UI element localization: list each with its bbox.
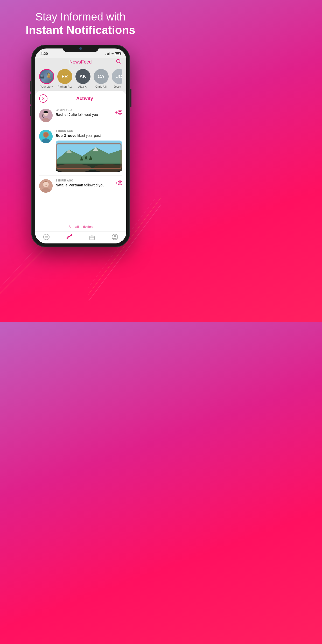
phone-screen: 4:20 ∿ NewsFeed (35, 48, 126, 243)
nav-shop[interactable] (89, 234, 95, 240)
natalie-avatar (39, 179, 53, 193)
rachel-content: 52 MIN AGO Rachel Julie followed you (56, 109, 112, 117)
natalie-time: 2 HOUR AGO (56, 179, 112, 182)
stories-row: Your story FR Farhan Riz AK (39, 69, 122, 88)
phone-mockup: 4:20 ∿ NewsFeed (0, 45, 161, 247)
header-line2: Instant Notifications (8, 23, 153, 37)
status-icons: ∿ (106, 52, 121, 55)
activity-item-rachel: 52 MIN AGO Rachel Julie followed you + (39, 105, 122, 126)
your-story-label: Your story (40, 85, 53, 88)
natalie-content: 2 HOUR AGO Natalie Portman followed you (56, 179, 112, 188)
search-button[interactable] (116, 59, 121, 65)
post-thumbnail (56, 141, 122, 172)
follow-rachel-button[interactable]: + (115, 109, 122, 116)
jessy-label: Jessy C. (114, 85, 122, 88)
story-item-your-story[interactable]: Your story (39, 69, 54, 88)
alex-label: Alex K. (78, 85, 87, 88)
svg-point-11 (41, 76, 42, 77)
wifi-icon: ∿ (111, 52, 114, 55)
bob-text: Bob Groove liked your post (56, 133, 122, 138)
farhan-avatar: FR (57, 69, 72, 84)
nav-chat[interactable] (43, 234, 50, 240)
svg-text:+: + (115, 180, 118, 186)
story-item-alex[interactable]: AK Alex K. (75, 69, 90, 88)
story-item-jessy[interactable]: JC Jessy C. (112, 69, 122, 88)
svg-point-45 (47, 236, 48, 237)
alex-avatar: AK (75, 69, 90, 84)
farhan-label: Farhan Riz (58, 85, 72, 88)
bob-content: 1 HOUR AGO Bob Groove liked your post (56, 130, 122, 172)
svg-text:+: + (115, 110, 118, 115)
rachel-avatar (39, 109, 53, 122)
page-header: Stay Informed with Instant Notifications (0, 0, 161, 42)
close-button[interactable]: ✕ (39, 94, 47, 103)
svg-point-38 (44, 182, 48, 187)
natalie-text: Natalie Portman followed you (56, 183, 112, 188)
svg-point-10 (41, 77, 43, 78)
camera-dot (79, 47, 82, 50)
activity-title: Activity (47, 96, 122, 101)
bottom-nav (35, 231, 126, 243)
svg-line-3 (0, 244, 49, 296)
nav-feed[interactable] (66, 234, 73, 240)
activity-header: ✕ Activity (35, 91, 126, 105)
app-header: NewsFeed (35, 58, 126, 66)
story-item-farhan[interactable]: FR Farhan Riz (57, 69, 72, 88)
chris-avatar: CA (94, 69, 109, 84)
story-item-chris[interactable]: CA Chris Alli (94, 69, 109, 88)
phone-frame: 4:20 ∿ NewsFeed (31, 45, 130, 247)
svg-point-50 (114, 235, 116, 237)
bob-time: 1 HOUR AGO (56, 130, 122, 132)
svg-rect-47 (90, 236, 94, 240)
nav-profile[interactable] (111, 234, 118, 240)
header-line1: Stay Informed with (8, 10, 153, 23)
see-all-button[interactable]: See all activities (35, 222, 126, 231)
svg-line-6 (119, 62, 120, 63)
signal-icon (106, 52, 110, 55)
phone-notch (62, 45, 99, 52)
svg-point-43 (45, 236, 46, 237)
follow-natalie-button[interactable]: + (115, 179, 122, 186)
svg-point-44 (46, 236, 47, 237)
app-title: NewsFeed (69, 59, 92, 65)
rachel-time: 52 MIN AGO (56, 109, 112, 111)
main-content: ✕ Activity (35, 91, 126, 243)
svg-point-41 (119, 181, 121, 183)
your-story-avatar (39, 69, 54, 84)
battery-icon (115, 52, 121, 55)
jessy-avatar: JC (112, 69, 122, 84)
svg-point-18 (119, 111, 121, 112)
svg-point-22 (44, 132, 48, 137)
chris-label: Chris Alli (95, 85, 107, 88)
status-time: 4:20 (41, 52, 48, 56)
activity-item-natalie: 2 HOUR AGO Natalie Portman followed you … (39, 175, 122, 196)
activity-feed: 52 MIN AGO Rachel Julie followed you + (35, 105, 126, 222)
bob-avatar (39, 130, 53, 143)
activity-item-bob: 1 HOUR AGO Bob Groove liked your post (39, 126, 122, 175)
rachel-text: Rachel Julie followed you (56, 112, 112, 117)
stories-section: Your story FR Farhan Riz AK (35, 66, 126, 91)
